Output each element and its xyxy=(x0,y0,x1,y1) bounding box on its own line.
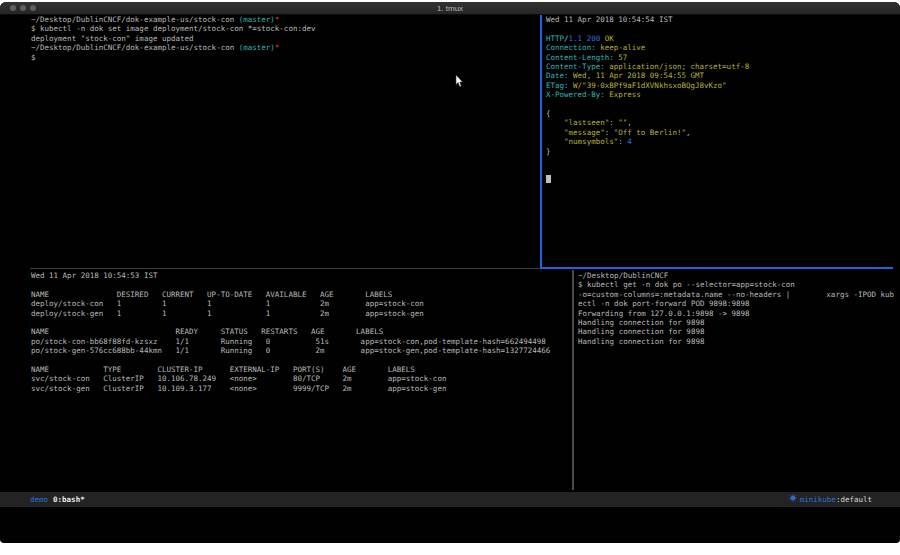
terminal-pane-top-left[interactable]: ~/Desktop/DublinCNCF/dok-example-us/stoc… xyxy=(31,15,315,62)
terminal-window: 1. tmux ~/Desktop/DublinCNCF/dok-example… xyxy=(0,2,900,543)
status-left: demo 0:bash* xyxy=(30,492,85,507)
window-title: 1. tmux xyxy=(0,2,900,14)
tmux-status-bar: demo 0:bash* minikube :default xyxy=(0,492,900,507)
kube-context: minikube xyxy=(800,492,836,507)
status-right: minikube :default xyxy=(789,492,872,507)
terminal-pane-bottom-right[interactable]: ~/Desktop/DublinCNCF $ kubectl get -n do… xyxy=(578,271,894,346)
session-name[interactable]: demo xyxy=(30,492,48,507)
helm-wheel-icon xyxy=(789,492,797,507)
mouse-cursor-icon xyxy=(455,73,464,92)
pane-divider-horizontal-left[interactable] xyxy=(30,268,540,269)
pane-divider-horizontal-right[interactable] xyxy=(540,267,893,269)
screenshot-root: { "window": { "title": "1. tmux", "traff… xyxy=(0,0,900,555)
active-window-label[interactable]: 0:bash* xyxy=(53,492,85,507)
window-titlebar[interactable]: 1. tmux xyxy=(0,2,900,15)
terminal-pane-bottom-left[interactable]: Wed 11 Apr 2018 10:54:53 IST NAME DESIRE… xyxy=(31,271,550,393)
terminal-pane-top-right[interactable]: Wed 11 Apr 2018 10:54:54 IST HTTP/1.1 20… xyxy=(546,15,749,184)
pane-divider-vertical-bottom[interactable] xyxy=(572,270,574,490)
pane-divider-vertical-top[interactable] xyxy=(540,15,542,268)
kube-namespace: :default xyxy=(836,492,872,507)
